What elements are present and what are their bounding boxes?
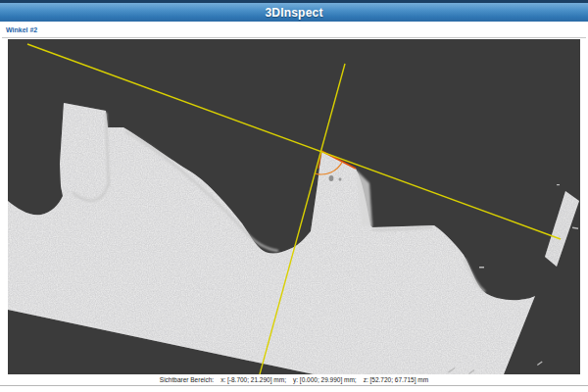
app-window: 3DInspect Winkel #2 — [0, 0, 588, 392]
measurement-panel-header: Winkel #2 — [2, 22, 586, 38]
status-z-range: z: [52.720; 67.715] mm — [364, 376, 428, 383]
window-titlebar[interactable]: 3DInspect — [0, 0, 588, 22]
status-y-range: y: [0.000; 29.990] mm; — [293, 376, 357, 383]
surface-pit — [339, 177, 342, 181]
status-label: Sichtbarer Bereich: — [160, 376, 214, 383]
surface-pit — [329, 175, 334, 181]
measurement-label: Winkel #2 — [2, 26, 37, 33]
status-bar: Sichtbarer Bereich: x: [-8.700; 21.290] … — [0, 374, 588, 385]
window-title: 3DInspect — [265, 6, 322, 20]
3d-scan-viewport[interactable] — [8, 39, 580, 374]
statusbar-divider — [0, 385, 588, 386]
status-x-range: x: [-8.700; 21.290] mm; — [220, 376, 286, 383]
